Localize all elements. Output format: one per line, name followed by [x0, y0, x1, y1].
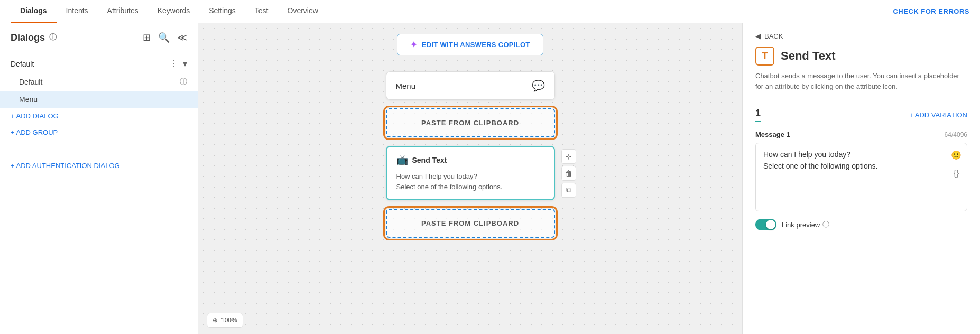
panel-description: Chatbot sends a message to the user. You… — [743, 71, 980, 99]
group-default-label: Default — [11, 60, 34, 68]
paste-from-clipboard-bottom[interactable]: PASTE FROM CLIPBOARD — [386, 209, 555, 238]
message-box[interactable]: How can I help you today? Select one of … — [755, 143, 967, 211]
main-layout: Dialogs ⓘ ⊞ 🔍 ≪ Default ⋮ ▾ Default ⓘ — [0, 23, 980, 334]
send-text-node-body: How can I help you today? Select one of … — [396, 171, 544, 192]
grid-icon[interactable]: ⊞ — [143, 32, 151, 43]
right-panel-header: ◀ BACK T Send Text — [743, 23, 980, 71]
paste-bottom-label: PASTE FROM CLIPBOARD — [421, 219, 519, 227]
more-icon[interactable]: ⋮ — [169, 59, 178, 69]
add-auth-dialog-link[interactable]: + ADD AUTHENTICATION DIALOG — [0, 157, 198, 174]
sidebar: Dialogs ⓘ ⊞ 🔍 ≪ Default ⋮ ▾ Default ⓘ — [0, 23, 198, 334]
message-label-row: Message 1 64/4096 — [755, 131, 967, 138]
panel-type-icon: T — [755, 47, 774, 66]
send-text-header: 📺 Send Text — [396, 154, 544, 166]
delete-node-button[interactable]: 🗑 — [561, 166, 576, 181]
dialog-item-default[interactable]: Default ⓘ — [0, 73, 198, 91]
tab-attributes[interactable]: Attributes — [98, 0, 148, 23]
panel-title-row: T Send Text — [755, 47, 967, 66]
nav-tabs: Dialogs Intents Attributes Keywords Sett… — [11, 0, 328, 23]
back-arrow-icon: ◀ — [755, 32, 761, 40]
back-link[interactable]: ◀ BACK — [755, 32, 967, 40]
menu-node[interactable]: Menu 💬 — [386, 71, 555, 100]
collapse-icon[interactable]: ≪ — [177, 32, 187, 43]
sidebar-title-text: Dialogs — [11, 32, 45, 43]
panel-type-letter: T — [762, 51, 768, 62]
dialog-default-label: Default — [19, 78, 42, 86]
message-icon: 💬 — [532, 79, 545, 92]
variation-row: 1 + ADD VARIATION — [755, 108, 967, 122]
dialog-item-menu[interactable]: Menu — [0, 91, 198, 108]
link-preview-toggle[interactable] — [755, 219, 776, 230]
sidebar-title: Dialogs ⓘ — [11, 32, 57, 43]
attribute-icon[interactable]: {} — [954, 166, 959, 180]
panel-title: Send Text — [781, 49, 836, 63]
send-text-body-line1: How can I help you today? — [396, 171, 544, 182]
send-text-node-icon: 📺 — [396, 154, 408, 166]
tab-settings[interactable]: Settings — [199, 0, 245, 23]
add-group-link[interactable]: + ADD GROUP — [0, 124, 198, 141]
copilot-button[interactable]: ✦ EDIT WITH ANSWERS COPILOT — [397, 34, 543, 55]
tab-keywords[interactable]: Keywords — [148, 0, 199, 23]
message-line-1: How can I help you today? — [763, 149, 959, 160]
message-line-2: Select one of the following options. — [763, 160, 959, 172]
tab-overview[interactable]: Overview — [278, 0, 328, 23]
zoom-indicator: ⊕ 100% — [207, 313, 243, 328]
link-preview-info-icon[interactable]: ⓘ — [822, 220, 829, 229]
send-text-node-title: Send Text — [412, 156, 447, 164]
message-box-icons: 🙂 {} — [951, 149, 961, 180]
check-errors-button[interactable]: CHECK FOR ERRORS — [893, 7, 969, 15]
dialog-menu-label: Menu — [19, 95, 38, 104]
back-label: BACK — [764, 32, 783, 40]
focus-icon[interactable]: ⊕ — [212, 317, 218, 324]
sidebar-actions: ⊞ 🔍 ≪ — [143, 32, 187, 43]
group-default-header: Default ⋮ ▾ — [0, 54, 198, 73]
search-icon[interactable]: 🔍 — [158, 32, 170, 43]
paste-top-label: PASTE FROM CLIPBOARD — [421, 119, 519, 127]
add-dialog-link[interactable]: + ADD DIALOG — [0, 108, 198, 124]
move-node-button[interactable]: ⊹ — [561, 149, 576, 164]
zoom-level: 100% — [221, 317, 237, 324]
dialog-default-info: ⓘ — [180, 77, 187, 87]
sidebar-content: Default ⋮ ▾ Default ⓘ Menu + ADD DIALOG … — [0, 49, 198, 334]
send-text-body-line2: Select one of the following options. — [396, 182, 544, 192]
paste-from-clipboard-top[interactable]: PASTE FROM CLIPBOARD — [386, 108, 555, 137]
copy-node-button[interactable]: ⧉ — [561, 183, 576, 198]
add-variation-button[interactable]: + ADD VARIATION — [909, 111, 967, 119]
link-preview-label: Link preview ⓘ — [782, 220, 829, 229]
chevron-down-icon[interactable]: ▾ — [183, 59, 187, 69]
send-text-wrapper: 📺 Send Text How can I help you today? Se… — [386, 146, 555, 200]
tab-test[interactable]: Test — [245, 0, 278, 23]
copilot-icon: ✦ — [410, 40, 417, 50]
char-count: 64/4096 — [945, 131, 967, 138]
panel-body: 1 + ADD VARIATION Message 1 64/4096 How … — [743, 99, 980, 334]
right-panel: ◀ BACK T Send Text Chatbot sends a messa… — [742, 23, 980, 334]
send-text-node[interactable]: 📺 Send Text How can I help you today? Se… — [386, 146, 555, 200]
canvas-nodes: Menu 💬 PASTE FROM CLIPBOARD 📺 Send Text … — [386, 71, 555, 238]
sidebar-header: Dialogs ⓘ ⊞ 🔍 ≪ — [0, 23, 198, 49]
node-actions: ⊹ 🗑 ⧉ — [561, 149, 576, 198]
group-actions: ⋮ ▾ — [169, 59, 187, 69]
emoji-icon[interactable]: 🙂 — [951, 149, 961, 162]
copilot-label: EDIT WITH ANSWERS COPILOT — [422, 41, 530, 49]
variation-number: 1 — [755, 108, 761, 122]
canvas-area: ✦ EDIT WITH ANSWERS COPILOT Menu 💬 PASTE… — [198, 23, 742, 334]
menu-node-label: Menu — [396, 81, 416, 90]
tab-dialogs[interactable]: Dialogs — [11, 0, 57, 23]
info-icon[interactable]: ⓘ — [49, 33, 57, 42]
link-preview-text: Link preview — [782, 221, 820, 229]
tab-intents[interactable]: Intents — [57, 0, 98, 23]
toggle-knob — [766, 220, 775, 229]
message-label: Message 1 — [755, 131, 790, 138]
link-preview-row: Link preview ⓘ — [755, 219, 967, 230]
top-nav: Dialogs Intents Attributes Keywords Sett… — [0, 0, 980, 23]
